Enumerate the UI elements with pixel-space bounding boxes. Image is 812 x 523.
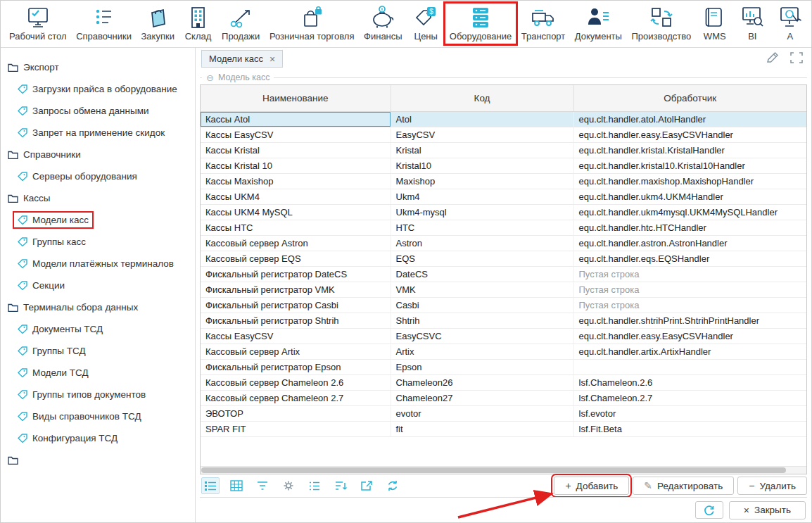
tree-leaf[interactable]: Конфигурация ТСД <box>1 427 195 449</box>
cell-name[interactable]: Кассы Atol <box>201 111 391 127</box>
grid-view-icon[interactable] <box>227 477 246 494</box>
nav-item-prices[interactable]: $Цены <box>407 4 444 44</box>
table-row[interactable]: SPAR FITfitlsf.Fit.Beta <box>201 421 806 436</box>
nav-item-documents[interactable]: Документы <box>571 4 626 44</box>
cell-handler[interactable]: equ.clt.handler.kristal10.Kristal10Handl… <box>573 158 806 173</box>
cell-handler[interactable]: equ.clt.handler.astron.AstronHandler <box>573 235 806 251</box>
tree-folder[interactable]: Терминалы сбора данных <box>1 296 195 318</box>
nav-item-finance[interactable]: Финансы <box>360 4 407 44</box>
column-header[interactable]: Код <box>391 85 573 111</box>
cell-handler[interactable]: equ.clt.handler.maxishop.MaxishopHandler <box>573 173 806 189</box>
tree-leaf[interactable]: Серверы оборудования <box>1 165 195 187</box>
nav-item-wms[interactable]: WMS <box>697 4 733 44</box>
cell-code[interactable]: Artix <box>391 344 573 359</box>
cell-handler[interactable]: Пустая строка <box>573 282 806 297</box>
table-row[interactable]: Кассовый сервер Chameleon 2.6Chameleon26… <box>201 374 806 390</box>
tree-leaf[interactable]: Секции <box>1 275 195 296</box>
settings-icon[interactable] <box>279 477 298 494</box>
edit-button[interactable]: ✎ Редактировать <box>633 477 734 495</box>
refresh-button[interactable] <box>695 501 723 519</box>
tab-close-icon[interactable]: × <box>269 54 275 64</box>
tree-leaf[interactable]: Загрузки прайса в оборудование <box>1 78 195 100</box>
cell-code[interactable]: Chameleon26 <box>391 374 573 390</box>
tree-folder[interactable]: Кассы <box>1 187 195 209</box>
cell-name[interactable]: Фискальный регистратор DateCS <box>201 266 391 282</box>
horizontal-scrollbar[interactable] <box>201 466 806 474</box>
cell-code[interactable]: EQS <box>391 251 573 266</box>
cell-name[interactable]: Фискальный регистратор Casbi <box>201 297 391 313</box>
nav-item-warehouse[interactable]: Склад <box>179 4 216 44</box>
cell-handler[interactable]: equ.clt.handler.easy.EasyCSVHandler <box>573 127 806 142</box>
tree-folder[interactable]: Экспорт <box>1 56 195 78</box>
nav-item-desktop[interactable]: Рабочий стол <box>5 4 71 44</box>
cell-handler[interactable]: Пустая строка <box>573 266 806 282</box>
table-row[interactable]: Кассы UKM4 MySQLUkm4-mysqlequ.clt.handle… <box>201 204 806 220</box>
tree-leaf[interactable]: Модели платёжных терминалов <box>1 253 195 275</box>
tree-leaf[interactable]: Группы ТСД <box>1 340 195 362</box>
table-row[interactable]: Кассовый сервер ArtixArtixequ.clt.handle… <box>201 344 806 359</box>
nav-item-bi[interactable]: BI <box>734 4 770 44</box>
cell-name[interactable]: Кассы Maxishop <box>201 173 391 189</box>
cell-handler[interactable]: equ.clt.handler.eqs.EQSHandler <box>573 251 806 266</box>
cell-code[interactable]: evotor <box>391 405 573 421</box>
cell-code[interactable]: Kristal10 <box>391 158 573 173</box>
cell-code[interactable]: Maxishop <box>391 173 573 189</box>
tree-folder[interactable] <box>1 449 195 471</box>
nav-item-sales[interactable]: Продажи <box>217 4 264 44</box>
tree-leaf[interactable]: Модели ТСД <box>1 362 195 384</box>
cell-name[interactable]: Кассы UKM4 MySQL <box>201 204 391 220</box>
cell-name[interactable]: Кассовый сервер Artix <box>201 344 391 359</box>
tree-leaf[interactable]: Группы типов документов <box>1 384 195 405</box>
table-row[interactable]: Кассовый сервер EQSEQSequ.clt.handler.eq… <box>201 251 806 266</box>
cell-code[interactable]: Casbi <box>391 297 573 313</box>
tree-leaf[interactable]: Виды справочников ТСД <box>1 405 195 427</box>
cell-handler[interactable]: equ.clt.handler.ukm4mysql.UKM4MySQLHandl… <box>573 204 806 220</box>
cell-name[interactable]: Кассы EasyCSV <box>201 328 391 344</box>
cell-handler[interactable]: equ.clt.handler.htc.HTCHandler <box>573 220 806 235</box>
table-row[interactable]: Фискальный регистратор EpsonEpson <box>201 359 806 374</box>
fullscreen-icon[interactable] <box>789 51 804 65</box>
delete-button[interactable]: − Удалить <box>737 477 807 495</box>
cell-handler[interactable]: equ.clt.handler.atol.AtolHandler <box>573 111 806 127</box>
cell-handler[interactable]: equ.clt.handler.shtrihPrint.ShtrihPrintH… <box>573 313 806 328</box>
tree-leaf[interactable]: Запрет на применение скидок <box>1 122 195 144</box>
cell-handler[interactable]: equ.clt.handler.easy.EasyCSVHandler <box>573 328 806 344</box>
list-view-icon[interactable] <box>201 477 220 494</box>
table-row[interactable]: Кассовый сервер AstronAstronequ.clt.hand… <box>201 235 806 251</box>
tree-leaf[interactable]: Группы касс <box>1 231 195 253</box>
edit-icon[interactable] <box>765 51 780 65</box>
nav-item-transport[interactable]: Транспорт <box>517 4 570 44</box>
table-row[interactable]: Кассы EasyCSVEasyCSVequ.clt.handler.easy… <box>201 127 806 142</box>
tree-leaf[interactable]: Документы ТСД <box>1 318 195 340</box>
sort-icon[interactable] <box>331 477 350 494</box>
table-row[interactable]: Фискальный регистратор ShtrihShtrihequ.c… <box>201 313 806 328</box>
cell-name[interactable]: Кассовый сервер Astron <box>201 235 391 251</box>
cell-code[interactable]: Shtrih <box>391 313 573 328</box>
cell-name[interactable]: SPAR FIT <box>201 421 391 436</box>
filter-icon[interactable] <box>253 477 272 494</box>
table-row[interactable]: Кассы KristalKristalequ.clt.handler.kris… <box>201 142 806 158</box>
cell-name[interactable]: ЭВОТОР <box>201 405 391 421</box>
cell-handler[interactable]: Пустая строка <box>573 297 806 313</box>
tree-leaf[interactable]: Модели касс <box>1 209 195 231</box>
cell-code[interactable]: Kristal <box>391 142 573 158</box>
table-row[interactable]: Фискальный регистратор DateCSDateCSПуста… <box>201 266 806 282</box>
tree-folder[interactable]: Справочники <box>1 144 195 165</box>
cell-name[interactable]: Фискальный регистратор VMK <box>201 282 391 297</box>
cell-handler[interactable]: equ.clt.handler.kristal.KristalHandler <box>573 142 806 158</box>
table-row[interactable]: Кассы MaxishopMaxishopequ.clt.handler.ma… <box>201 173 806 189</box>
tree-leaf[interactable]: Запросы обмена данными <box>1 100 195 122</box>
cell-code[interactable]: Ukm4-mysql <box>391 204 573 220</box>
cell-code[interactable]: fit <box>391 421 573 436</box>
cell-name[interactable]: Фискальный регистратор Epson <box>201 359 391 374</box>
cell-code[interactable]: EasyCSVC <box>391 328 573 344</box>
nav-item-admin[interactable]: А <box>772 4 808 44</box>
table-row[interactable]: Кассовый сервер Chameleon 2.7Chameleon27… <box>201 390 806 405</box>
cell-handler[interactable]: lsf.evotor <box>573 405 806 421</box>
cell-code[interactable]: VMK <box>391 282 573 297</box>
table-row[interactable]: Кассы Kristal 10Kristal10equ.clt.handler… <box>201 158 806 173</box>
nav-item-equipment[interactable]: Оборудование <box>445 4 516 44</box>
cell-name[interactable]: Кассы EasyCSV <box>201 127 391 142</box>
cell-handler[interactable]: lsf.Chameleon.2.6 <box>573 374 806 390</box>
open-window-icon[interactable] <box>357 477 376 494</box>
